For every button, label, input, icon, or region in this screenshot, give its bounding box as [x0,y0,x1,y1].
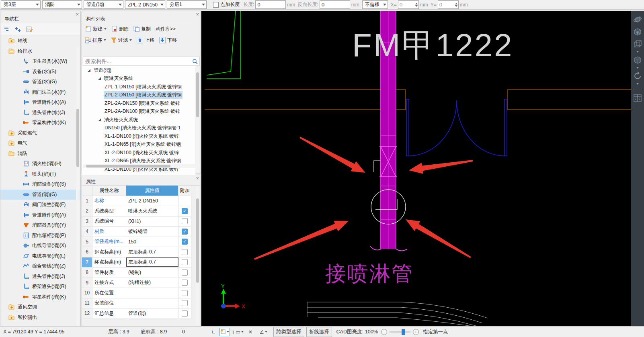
attach-checkbox[interactable] [182,218,188,224]
nav-item-pipe-4[interactable]: 管道(水)(G) [0,77,80,87]
spin-up-icon[interactable] [415,3,418,4]
nav-item-panel-box-19[interactable]: 配电箱柜(消)(P) [0,231,80,241]
chevron-down-icon[interactable] [636,67,639,69]
component-tree-item-3[interactable]: ZPL-2-DN150 [喷淋灭火系统 镀锌钢 [82,91,195,100]
copy-button[interactable]: 复制 [132,25,152,33]
nav-item-folder-collapsed-27[interactable]: 智控弱电 [0,312,80,323]
attach-checkbox[interactable] [182,249,188,255]
property-value[interactable]: (钢制) [126,268,178,278]
expand-all-icon[interactable] [15,26,22,33]
nav-item-folder-collapsed-26[interactable]: 通风空调 [0,302,80,312]
nav-item-folder-expanded-11[interactable]: 消防 [0,149,80,159]
component-tree-item-11[interactable]: XL-2-DN65 [消火栓灭火系统 镀锌钢 [82,157,195,165]
spin-down-icon[interactable] [415,5,418,7]
floor-select[interactable]: 第3层 [1,0,41,9]
nav-item-wire-conduit-20[interactable]: 电线导管(消)(X) [0,241,80,251]
tree-expander-icon[interactable] [98,77,101,80]
cross-select-icon[interactable]: ✕ [245,328,256,336]
filter-button[interactable]: 过滤 [109,36,133,45]
nav-item-fire-equipment-14[interactable]: 消防设备(消)(S) [0,179,80,190]
new-button[interactable]: 新建 [84,25,108,33]
sort-button[interactable]: 排序 [84,36,108,45]
close-icon[interactable]: × [196,176,199,181]
component-select[interactable]: ZPL-2-DN150 [125,0,165,9]
nav-item-valve-5[interactable]: 阀门法兰(水)(F) [0,87,80,98]
collapse-all-icon[interactable] [4,26,11,33]
property-value[interactable]: (沟槽连接) [126,278,178,288]
y-offset-stepper[interactable] [438,0,459,9]
polyline-select-button[interactable]: 折线选择 [306,327,332,337]
brightness-slider-thumb[interactable] [402,329,405,335]
spin-up-icon[interactable] [455,3,457,4]
reverse-length-input[interactable] [320,0,350,9]
y-offset-input[interactable] [438,1,453,8]
nav-scrollbar[interactable] [76,47,80,334]
nav-item-elbow-7[interactable]: 通头管件(水)(J) [0,108,80,118]
component-tree-scrollbar[interactable] [196,67,199,173]
close-icon[interactable]: × [76,12,79,17]
component-tree-item-2[interactable]: ZPL-1-DN150 [喷淋灭火系统 镀锌钢 [82,83,195,91]
edit-list-icon[interactable] [26,26,33,33]
layer-select[interactable]: 分层1 [167,0,207,9]
tree-expander-icon[interactable] [88,69,90,72]
close-icon[interactable]: × [196,12,199,17]
properties-scrollbar-thumb[interactable] [196,198,199,283]
brightness-slider[interactable] [390,331,410,333]
nav-item-hydrant-12[interactable]: 消火栓(消)(H) [0,159,80,169]
component-type-select[interactable]: 管道(消) [84,0,123,9]
rotate-view-icon[interactable] [633,71,642,81]
property-value[interactable]: 管道(消) [126,308,178,319]
property-value[interactable]: ZPL-2-DN150 [126,196,178,206]
nav-item-misc-25[interactable]: 零星构件(消)(K) [0,292,80,302]
component-tree-item-4[interactable]: ZPL-2A-DN150 [喷淋灭火系统 镀锌 [82,99,195,108]
attach-checkbox-checked[interactable]: ✓ [182,229,188,235]
chevron-down-icon[interactable] [636,83,639,85]
orbit-icon[interactable] [633,15,642,25]
property-value[interactable]: 层顶标高-0.7 [126,247,178,257]
chevron-down-icon[interactable] [636,51,639,53]
x-offset-stepper[interactable] [398,0,419,9]
ortho-mode-icon[interactable]: ∟ [208,328,219,336]
wireframe-cube-icon[interactable] [633,39,642,49]
nav-item-valve-16[interactable]: 阀门法兰(消)(F) [0,200,80,210]
component-tree-hscrollbar-thumb[interactable] [86,165,170,167]
nav-scrollbar-thumb[interactable] [76,109,79,167]
property-value[interactable] [126,288,178,298]
component-tree-item-6[interactable]: 消火栓灭火系统 [82,116,195,124]
nav-item-folder-collapsed-10[interactable]: 电气 [0,138,80,149]
component-tree-item-5[interactable]: ZPL-2A-DN100 [喷淋灭火系统 镀锌 [82,108,195,116]
component-tree-item-7[interactable]: DN150 [消火栓灭火系统 镀锌钢管 1 [82,124,195,133]
attach-checkbox-checked[interactable]: ✓ [182,208,188,214]
nav-item-pipe-15[interactable]: 管道(消)(G) [0,190,80,200]
nav-item-folder-collapsed-0[interactable]: 轴线 [0,36,80,46]
add-length-checkbox[interactable] [213,2,219,8]
property-value[interactable]: 150 [126,237,178,247]
delete-button[interactable]: 删除 [110,25,130,33]
nav-item-fire-device-18[interactable]: 消防器具(消)(Y) [0,220,80,231]
brightness-increase-icon[interactable]: + [413,329,419,335]
properties-scrollbar[interactable] [196,186,199,325]
solid-cube-icon[interactable] [633,55,642,65]
component-library-button[interactable]: 构件库>> [154,25,177,33]
nav-item-elbow-23[interactable]: 通头管件(消)(J) [0,272,80,282]
nav-item-cable-conduit-21[interactable]: 电缆导管(消)(L) [0,251,80,261]
cross-type-select-button[interactable]: 跨类型选择 [273,327,304,337]
move-down-button[interactable]: 下移 [158,36,178,45]
component-tree-item-10[interactable]: XL-2-DN100 [消火栓灭火系统 镀锌 [82,149,195,157]
nav-item-equipment-3[interactable]: 设备(水)(S) [0,67,80,77]
attach-checkbox[interactable] [182,259,188,265]
attach-checkbox[interactable] [182,310,188,317]
nav-item-fitting-6[interactable]: 管道附件(水)(A) [0,97,80,108]
move-up-button[interactable]: 上移 [135,36,156,45]
nav-item-misc-8[interactable]: 零星构件(水)(K) [0,118,80,128]
property-value[interactable]: 喷淋灭火系统 [126,206,178,216]
component-tree-item-9[interactable]: XL-1-DN65 [消火栓灭火系统 镀锌钢 [82,141,195,149]
nav-item-folder-collapsed-9[interactable]: 采暖燃气 [0,128,80,139]
display-settings-icon[interactable] [633,93,642,103]
nav-item-multi-line-22[interactable]: 综合管线(消)(Z) [0,261,80,272]
nav-item-elbow-24[interactable]: 桥架通头(消)(R) [0,282,80,292]
nav-item-sprinkler-13[interactable]: 喷头(消)(T) [0,169,80,180]
attach-checkbox[interactable] [182,290,188,296]
component-tree-item-0[interactable]: 管道(消) [82,66,195,75]
view-3d-icon[interactable]: 3D [633,27,642,37]
